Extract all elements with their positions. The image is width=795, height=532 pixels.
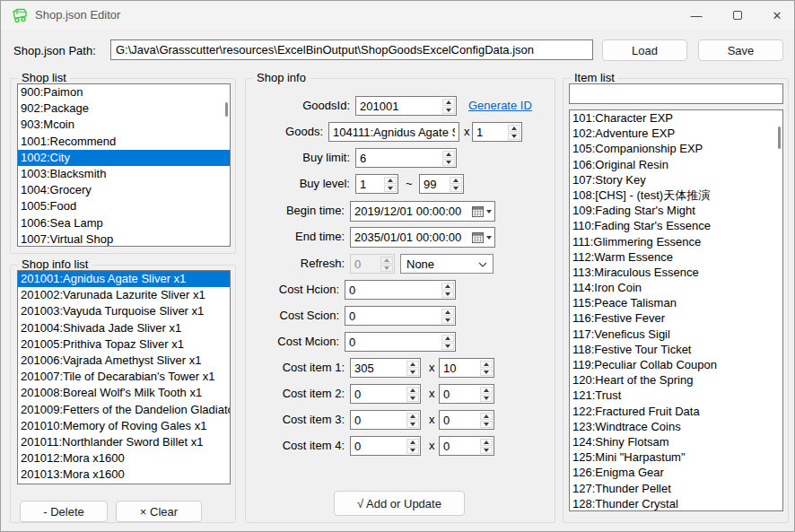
cost-hcion-input[interactable] [345,281,455,299]
list-item[interactable]: 124:Shiny Flotsam [570,434,782,449]
list-item[interactable]: 128:Thunder Crystal [570,496,782,511]
spin-up-button[interactable] [480,439,493,446]
list-item[interactable]: 107:Story Key [570,172,782,188]
list-item[interactable]: 105:Companionship EXP [570,141,782,156]
shop-list-scrollbar[interactable] [225,102,228,117]
spin-down-button[interactable] [384,185,397,192]
list-item[interactable]: 121:Trust [570,388,782,403]
list-item[interactable]: 201005:Prithiva Topaz Sliver x1 [18,336,230,353]
list-item[interactable]: 1004:Grocery [18,182,230,198]
list-item[interactable]: 1002:City [18,150,230,166]
dropdown-arrow-icon[interactable] [486,210,492,214]
list-item[interactable]: 113:Miraculous Essence [570,265,782,280]
cost-scion-input[interactable] [345,307,455,325]
list-item[interactable]: 201006:Vajrada Amethyst Sliver x1 [18,353,230,369]
list-item[interactable]: 1001:Recommend [18,134,230,150]
spin-up-button[interactable] [480,361,493,368]
list-item[interactable]: 101:Character EXP [570,110,782,126]
item-list-scrollbar[interactable] [778,126,781,149]
item-listbox[interactable]: 101:Character EXP102:Adventure EXP105:Co… [569,109,783,511]
load-button[interactable]: Load [602,39,687,61]
list-item[interactable]: 111:Glimmering Essence [570,234,782,249]
delete-button[interactable]: - Delete [20,501,108,522]
list-item[interactable]: 201003:Vayuda Turquoise Sliver x1 [18,303,230,319]
list-item[interactable]: 201007:Tile of Decarabian's Tower x1 [18,369,230,385]
spin-down-button[interactable] [508,133,520,140]
spin-down-button[interactable] [480,369,493,376]
list-item[interactable]: 1007:Virtual Shop [18,231,230,247]
list-item[interactable]: 102:Adventure EXP [570,126,782,141]
calendar-icon[interactable] [472,232,484,243]
list-item[interactable]: 127:Thunder Pellet [570,481,782,496]
shop-info-listbox[interactable]: 201001:Agnidus Agate Sliver x1201002:Var… [17,270,231,484]
minimize-button[interactable]: — [676,1,717,30]
spin-down-button[interactable] [442,159,455,166]
list-item[interactable]: 900:Paimon [18,84,230,100]
list-item[interactable]: 201013:Mora x1600 [18,467,230,483]
list-item[interactable]: 125:Mini "Harpastum" [570,449,782,465]
list-item[interactable]: 116:Festive Fever [570,310,782,326]
list-item[interactable]: 115:Peace Talisman [570,295,782,310]
add-or-update-button[interactable]: √ Add or Update [334,491,465,516]
spin-down-button[interactable] [406,395,419,402]
cost-mcion-input[interactable] [345,333,455,351]
spin-up-button[interactable] [508,125,520,132]
list-item[interactable]: 1006:Sea Lamp [18,215,230,231]
refresh-mode-combobox[interactable]: None [400,254,494,274]
list-item[interactable]: 119:Peculiar Collab Coupon [570,357,782,372]
list-item[interactable]: 123:Windtrace Coins [570,419,782,434]
spin-down-button[interactable] [441,343,454,350]
spin-up-button[interactable] [442,99,455,106]
list-item[interactable]: 201004:Shivada Jade Sliver x1 [18,320,230,336]
maximize-button[interactable] [717,1,758,30]
shop-listbox[interactable]: 900:Paimon902:Package903:Mcoin1001:Recom… [17,83,231,247]
list-item[interactable]: 109:Fading Star's Might [570,203,782,218]
save-button[interactable]: Save [698,39,783,61]
list-item[interactable]: 110:Fading Star's Essence [570,218,782,233]
list-item[interactable]: 108:[CHS] - (test)天体推演 [570,188,782,203]
list-item[interactable]: 201002:Varunada Lazurite Sliver x1 [18,287,230,303]
list-item[interactable]: 201009:Fetters of the Dandelion Gladiato [18,402,230,418]
spin-down-button[interactable] [406,369,419,376]
list-item[interactable]: 903:Mcoin [18,117,230,133]
list-item[interactable]: 106:Original Resin [570,157,782,172]
generate-id-link[interactable]: Generate ID [468,96,532,116]
spin-up-button[interactable] [441,283,454,290]
list-item[interactable]: 114:Iron Coin [570,280,782,295]
spin-down-button[interactable] [480,395,493,402]
list-item[interactable]: 122:Fractured Fruit Data [570,404,782,419]
list-item[interactable]: 201008:Boreal Wolf's Milk Tooth x1 [18,385,230,401]
spin-up-button[interactable] [406,361,419,368]
list-item[interactable]: 902:Package [18,100,230,117]
spin-down-button[interactable] [441,317,454,324]
spin-down-button[interactable] [441,291,454,298]
calendar-icon[interactable] [472,206,484,217]
list-item[interactable]: 126:Enigma Gear [570,465,782,480]
list-item[interactable]: 120:Heart of the Spring [570,372,782,388]
spin-up-button[interactable] [442,151,455,158]
spin-down-button[interactable] [480,447,493,454]
list-item[interactable]: 117:Veneficus Sigil [570,327,782,342]
spin-up-button[interactable] [406,413,419,420]
spin-down-button[interactable] [406,421,419,428]
close-button[interactable]: ✕ [758,1,795,30]
spin-up-button[interactable] [450,177,462,184]
list-item[interactable]: 1003:Blacksmith [18,166,230,182]
list-item[interactable]: 112:Warm Essence [570,249,782,265]
list-item[interactable]: 118:Festive Tour Ticket [570,342,782,357]
spin-up-button[interactable] [480,413,493,420]
list-item[interactable]: 201001:Agnidus Agate Sliver x1 [18,271,230,287]
dropdown-arrow-icon[interactable] [486,236,492,240]
spin-down-button[interactable] [480,421,493,428]
spin-up-button[interactable] [384,177,397,184]
goods-input[interactable] [329,123,459,141]
spin-down-button[interactable] [442,107,455,114]
list-item[interactable]: 1005:Food [18,198,230,214]
list-item[interactable]: 201012:Mora x1600 [18,450,230,467]
spin-up-button[interactable] [406,387,419,394]
list-item[interactable]: 201010:Memory of Roving Gales x1 [18,418,230,434]
spin-up-button[interactable] [480,387,493,394]
clear-button[interactable]: × Clear [116,501,202,522]
spin-up-button[interactable] [406,439,419,446]
item-search-input[interactable] [569,83,783,104]
